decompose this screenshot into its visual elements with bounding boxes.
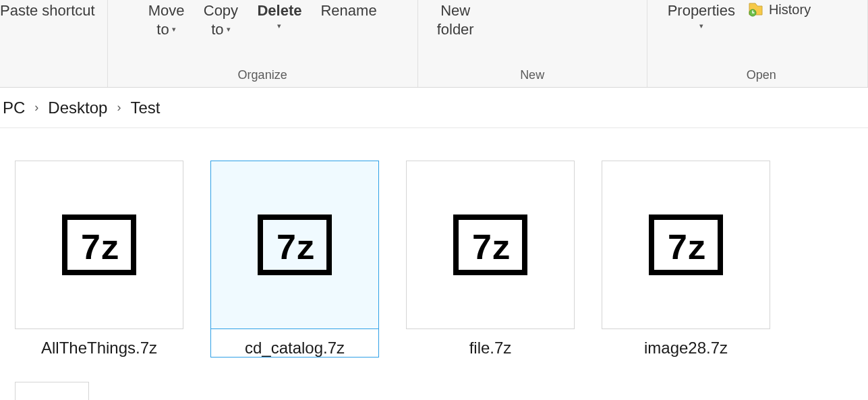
file-name: image28.7z <box>644 329 728 358</box>
chevron-down-icon: ▾ <box>227 25 231 34</box>
copy-to-button[interactable]: Copy to ▾ <box>196 0 245 38</box>
new-group-label: New <box>424 68 641 87</box>
chevron-right-icon: › <box>34 101 38 115</box>
properties-label: Properties <box>668 1 735 20</box>
ribbon: Paste shortcut Move to ▾ Copy to ▾ <box>0 0 868 88</box>
file-name: file.7z <box>469 329 512 358</box>
file-item[interactable]: 7 z file.7z <box>406 161 575 358</box>
chevron-right-icon: › <box>117 101 121 115</box>
sevenz-icon: 7 z <box>453 215 527 275</box>
svg-text:7: 7 <box>277 227 296 266</box>
breadcrumb-desktop[interactable]: Desktop <box>48 98 107 117</box>
sevenz-icon: 7 z <box>62 215 136 275</box>
rename-label: Rename <box>320 1 376 20</box>
delete-label: Delete <box>257 1 301 20</box>
svg-text:7: 7 <box>668 227 687 266</box>
new-folder-button[interactable]: New folder <box>430 0 481 38</box>
file-thumb: 7 z <box>406 161 575 329</box>
open-group-label: Open <box>661 68 862 87</box>
file-name: cd_catalog.7z <box>245 329 345 358</box>
properties-button[interactable]: Properties ▾ <box>661 0 742 30</box>
ribbon-group-organize: Move to ▾ Copy to ▾ Delete ▾ Rename <box>108 0 418 87</box>
history-icon <box>747 1 763 18</box>
rename-button[interactable]: Rename <box>314 0 383 20</box>
sevenz-icon: 7 z <box>649 215 723 275</box>
svg-text:z: z <box>688 227 705 266</box>
history-button[interactable]: History <box>747 1 811 18</box>
history-label: History <box>769 2 811 18</box>
file-thumb: 7 z <box>210 161 379 329</box>
svg-text:z: z <box>492 227 510 266</box>
new-folder-label-2: folder <box>437 20 474 39</box>
move-to-button[interactable]: Move to ▾ <box>142 0 192 38</box>
copy-to-label-2: to <box>211 20 223 39</box>
sevenz-icon: 7 z <box>258 215 332 275</box>
move-to-label-2: to <box>156 20 169 39</box>
move-to-label-1: Move <box>148 1 185 20</box>
copy-to-label-1: Copy <box>204 1 238 20</box>
paste-shortcut-button[interactable]: Paste shortcut <box>0 0 102 20</box>
file-name: AllTheThings.7z <box>41 329 157 358</box>
file-thumb: 7 z <box>15 161 183 329</box>
delete-button[interactable]: Delete ▾ <box>250 0 308 30</box>
breadcrumb[interactable]: PC › Desktop › Test <box>0 88 868 128</box>
file-item[interactable]: 7 z image28.7z <box>602 161 770 358</box>
breadcrumb-test[interactable]: Test <box>130 98 160 117</box>
file-item[interactable]: 7 z cd_catalog.7z <box>210 161 379 358</box>
file-item[interactable]: 7 z no <box>15 382 89 400</box>
ribbon-group-clipboard: Paste shortcut <box>0 0 108 87</box>
new-folder-label-1: New <box>440 1 470 20</box>
svg-text:z: z <box>101 227 119 266</box>
file-grid: 7 z AllTheThings.7z 7 z cd_catalog.7z 7 … <box>0 128 868 400</box>
chevron-down-icon: ▾ <box>277 22 281 31</box>
file-thumb: 7 z <box>602 161 770 329</box>
file-item[interactable]: 7 z AllTheThings.7z <box>15 161 183 358</box>
svg-text:z: z <box>297 227 314 266</box>
svg-text:7: 7 <box>472 227 492 266</box>
chevron-down-icon: ▾ <box>699 22 703 31</box>
chevron-down-icon: ▾ <box>172 25 176 34</box>
organize-group-label: Organize <box>113 68 412 87</box>
svg-text:7: 7 <box>81 227 100 266</box>
file-thumb: 7 z <box>15 382 89 400</box>
ribbon-group-new: New folder New <box>418 0 647 87</box>
breadcrumb-root[interactable]: PC <box>3 98 25 117</box>
ribbon-group-open: Properties ▾ History Open <box>647 0 868 87</box>
paste-shortcut-label: Paste shortcut <box>0 1 95 20</box>
